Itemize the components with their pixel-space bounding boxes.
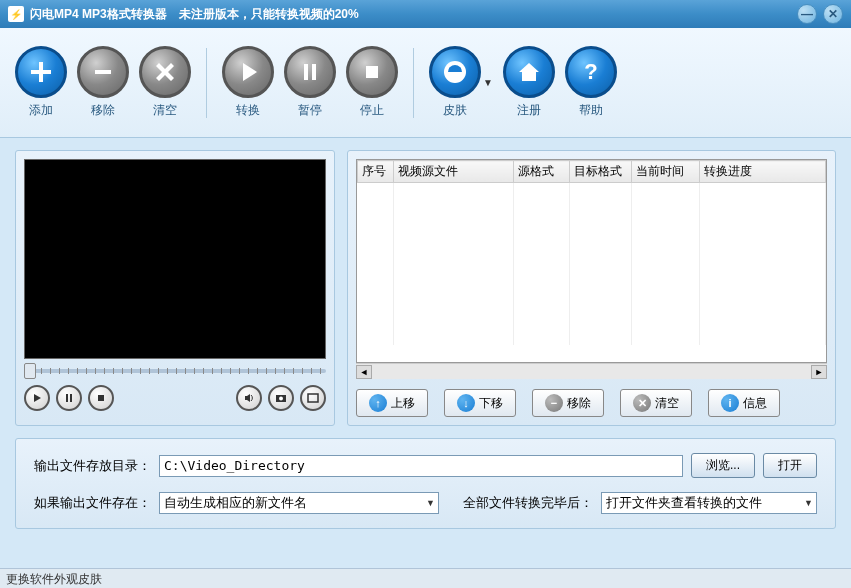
table-row: [358, 201, 826, 219]
svg-rect-8: [66, 394, 68, 402]
table-row: [358, 327, 826, 345]
player-play-button[interactable]: [24, 385, 50, 411]
player-volume-button[interactable]: [236, 385, 262, 411]
table-row: [358, 255, 826, 273]
svg-rect-10: [98, 395, 104, 401]
stop-icon: [346, 46, 398, 98]
table-row: [358, 183, 826, 201]
table-row: [358, 309, 826, 327]
browse-button[interactable]: 浏览...: [691, 453, 755, 478]
window-title: 闪电MP4 MP3格式转换器 未注册版本，只能转换视频的20%: [30, 6, 359, 23]
pause-icon: [284, 46, 336, 98]
divider: [413, 48, 414, 118]
after-all-label: 全部文件转换完毕后：: [463, 494, 593, 512]
col-source-format[interactable]: 源格式: [514, 161, 570, 183]
plus-icon: [15, 46, 67, 98]
scroll-left-icon[interactable]: ◄: [356, 365, 372, 379]
x-icon: [139, 46, 191, 98]
skin-button[interactable]: 皮肤: [429, 46, 481, 119]
info-icon: i: [721, 394, 739, 412]
add-button[interactable]: 添加: [15, 46, 67, 119]
col-index[interactable]: 序号: [358, 161, 394, 183]
seek-slider[interactable]: [24, 369, 326, 373]
file-list-panel: 序号 视频源文件 源格式 目标格式 当前时间 转换进度: [347, 150, 836, 426]
table-row: [358, 237, 826, 255]
move-down-button[interactable]: ↓ 下移: [444, 389, 516, 417]
after-all-combo[interactable]: 打开文件夹查看转换的文件: [601, 492, 817, 514]
list-clear-button[interactable]: ✕ 清空: [620, 389, 692, 417]
svg-rect-1: [304, 64, 308, 80]
col-target-format[interactable]: 目标格式: [570, 161, 632, 183]
player-snapshot-button[interactable]: [268, 385, 294, 411]
svg-point-12: [279, 397, 283, 401]
scroll-right-icon[interactable]: ►: [811, 365, 827, 379]
app-icon: ⚡: [8, 6, 24, 22]
titlebar: ⚡ 闪电MP4 MP3格式转换器 未注册版本，只能转换视频的20% — ✕: [0, 0, 851, 28]
minus-icon: −: [545, 394, 563, 412]
statusbar: 更换软件外观皮肤: [0, 568, 851, 588]
col-progress[interactable]: 转换进度: [700, 161, 826, 183]
preview-panel: [15, 150, 335, 426]
player-fullscreen-button[interactable]: [300, 385, 326, 411]
register-button[interactable]: 注册: [503, 46, 555, 119]
minus-icon: [77, 46, 129, 98]
question-icon: ?: [565, 46, 617, 98]
open-button[interactable]: 打开: [763, 453, 817, 478]
info-button[interactable]: i 信息: [708, 389, 780, 417]
stop-button[interactable]: 停止: [346, 46, 398, 119]
clear-button[interactable]: 清空: [139, 46, 191, 119]
file-grid[interactable]: 序号 视频源文件 源格式 目标格式 当前时间 转换进度: [356, 159, 827, 363]
move-up-button[interactable]: ↑ 上移: [356, 389, 428, 417]
if-exists-combo[interactable]: 自动生成相应的新文件名: [159, 492, 439, 514]
arrow-up-icon: ↑: [369, 394, 387, 412]
list-remove-button[interactable]: − 移除: [532, 389, 604, 417]
help-button[interactable]: ? 帮助: [565, 46, 617, 119]
output-settings-panel: 输出文件存放目录： 浏览... 打开 如果输出文件存在： 自动生成相应的新文件名…: [15, 438, 836, 529]
table-row: [358, 273, 826, 291]
player-stop-button[interactable]: [88, 385, 114, 411]
if-exists-label: 如果输出文件存在：: [34, 494, 151, 512]
svg-point-6: [457, 67, 461, 71]
arrow-down-icon: ↓: [457, 394, 475, 412]
output-dir-label: 输出文件存放目录：: [34, 457, 151, 475]
main-area: 序号 视频源文件 源格式 目标格式 当前时间 转换进度: [0, 138, 851, 438]
skin-dropdown-arrow[interactable]: ▼: [483, 77, 493, 88]
svg-point-5: [449, 67, 453, 71]
play-icon: [222, 46, 274, 98]
video-preview: [24, 159, 326, 359]
status-text: 更换软件外观皮肤: [6, 572, 102, 586]
main-toolbar: 添加 移除 清空 转换 暂停: [0, 28, 851, 138]
svg-rect-9: [70, 394, 72, 402]
svg-rect-0: [95, 70, 111, 74]
table-row: [358, 291, 826, 309]
svg-text:?: ?: [584, 59, 597, 84]
close-button[interactable]: ✕: [823, 4, 843, 24]
svg-rect-2: [312, 64, 316, 80]
table-row: [358, 219, 826, 237]
home-icon: [503, 46, 555, 98]
remove-button[interactable]: 移除: [77, 46, 129, 119]
svg-rect-3: [366, 66, 378, 78]
col-current-time[interactable]: 当前时间: [632, 161, 700, 183]
minimize-button[interactable]: —: [797, 4, 817, 24]
x-icon: ✕: [633, 394, 651, 412]
output-dir-input[interactable]: [159, 455, 683, 477]
skin-icon: [429, 46, 481, 98]
convert-button[interactable]: 转换: [222, 46, 274, 119]
player-pause-button[interactable]: [56, 385, 82, 411]
pause-button[interactable]: 暂停: [284, 46, 336, 119]
divider: [206, 48, 207, 118]
horizontal-scrollbar[interactable]: ◄ ►: [356, 363, 827, 379]
col-source-file[interactable]: 视频源文件: [394, 161, 514, 183]
svg-rect-13: [308, 394, 318, 402]
